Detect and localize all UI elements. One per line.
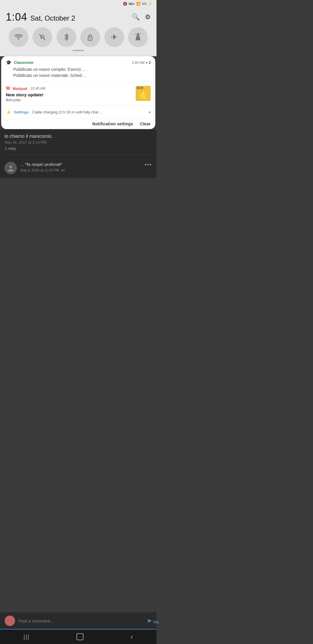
svg-point-8 <box>9 165 12 168</box>
wattpad-notif-title: New story update! <box>6 92 151 97</box>
mute-icon: 🔇 <box>123 2 127 6</box>
header-action-icons[interactable]: 🔍 ⚙ <box>132 13 151 21</box>
second-comment-date: May 4, 2020 at 11:03 PM <box>20 168 59 172</box>
chevron-down-icon[interactable]: ▾ <box>146 61 148 65</box>
reply-icon[interactable]: ↩ <box>61 168 65 173</box>
notification-settings-button[interactable]: Notification settings <box>92 122 133 126</box>
second-comment-avatar <box>5 162 17 174</box>
settings-app-name: Settings <box>14 110 29 114</box>
more-options-icon[interactable]: ••• <box>145 162 152 168</box>
wattpad-notif-subtitle: Boh,tutto <box>6 98 151 102</box>
wattpad-app-name: Wattpad <box>12 86 27 91</box>
svg-line-6 <box>135 34 136 34</box>
drag-handle[interactable] <box>6 50 151 51</box>
wattpad-header: W Wattpad 12:45 AM <box>6 86 151 91</box>
lightning-icon: ⚡ <box>6 109 12 115</box>
notification-panel: 🎓 Classroom 1:03 AM ▾ 2 Pubblicato un nu… <box>1 56 155 129</box>
first-comment-date: Sep 16, 2017 at 2:14 PM <box>5 140 152 144</box>
classroom-notification[interactable]: 🎓 Classroom 1:03 AM ▾ 2 Pubblicato un nu… <box>1 56 155 82</box>
wifi-toggle[interactable] <box>9 27 28 47</box>
screen-lock-toggle[interactable] <box>80 27 100 47</box>
charging-chevron-icon[interactable]: ▾ <box>149 110 151 115</box>
classroom-notif-header: 🎓 Classroom 1:03 AM ▾ 2 <box>6 60 151 65</box>
classroom-app-name: Classroom <box>14 60 33 65</box>
time-date-row: 1:04 Sat, October 2 🔍 ⚙ <box>6 8 151 27</box>
clear-button[interactable]: Clear <box>140 122 151 126</box>
wattpad-notification[interactable]: W Wattpad 12:45 AM BOH 🌟 New story updat… <box>1 82 155 106</box>
status-icons: 🔇 4G+ 📶 6% ⚡ <box>123 2 152 6</box>
date-display: Sat, October 2 <box>30 14 75 22</box>
classroom-time-row: 1:03 AM ▾ 2 <box>132 60 151 65</box>
classroom-message-2: Pubblicato un nuovo materiale: Sched… <box>13 73 151 79</box>
svg-line-7 <box>140 34 141 34</box>
wattpad-logo-icon: W <box>6 86 10 91</box>
second-comment-content: ... *fa respiri profondi* May 4, 2020 at… <box>20 162 152 173</box>
svg-rect-4 <box>137 33 139 36</box>
time-date-display: 1:04 Sat, October 2 <box>6 11 75 23</box>
settings-icon[interactable]: ⚙ <box>145 13 151 21</box>
background-app-content: lo chiamo il manicomio. Sep 16, 2017 at … <box>0 130 156 178</box>
status-bar: 🔇 4G+ 📶 6% ⚡ <box>0 0 156 8</box>
classroom-icon: 🎓 <box>6 60 12 65</box>
svg-point-3 <box>90 38 91 39</box>
torch-toggle[interactable] <box>128 27 148 47</box>
settings-row: ⚡ Settings Cable charging (2 h 19 m unti… <box>6 109 151 115</box>
mute-toggle[interactable] <box>32 27 52 47</box>
svg-point-0 <box>18 39 19 40</box>
classroom-app-row: 🎓 Classroom <box>6 60 33 65</box>
second-comment-text: ... *fa respiri profondi* <box>20 162 152 167</box>
signal-icon: 📶 <box>136 2 141 6</box>
wattpad-time: 12:45 AM <box>31 86 46 91</box>
classroom-count: 2 <box>149 60 151 65</box>
airplane-toggle[interactable]: ✈ <box>104 27 124 47</box>
battery-label: 6% <box>142 2 147 6</box>
first-comment-text: lo chiamo il manicomio. <box>5 134 152 139</box>
first-comment-replies[interactable]: 1 reply <box>5 146 152 151</box>
classroom-time: 1:03 AM <box>132 61 145 65</box>
charging-icon: ⚡ <box>148 2 152 6</box>
search-icon[interactable]: 🔍 <box>132 13 140 21</box>
first-comment-block: lo chiamo il manicomio. Sep 16, 2017 at … <box>5 134 152 155</box>
classroom-message-1: Pubblicato un nuovo compito: Eserciz… <box>13 66 151 73</box>
network-label: 4G+ <box>129 2 135 6</box>
quick-toggle-row: ✈ <box>6 27 151 47</box>
notification-footer: Notification settings Clear <box>1 119 155 129</box>
charging-text: Cable charging (2 h 19 m until fully cha… <box>32 110 102 114</box>
second-comment-row: ... *fa respiri profondi* May 4, 2020 at… <box>5 159 152 174</box>
wattpad-thumbnail: BOH 🌟 <box>136 86 151 101</box>
quick-settings-panel: 1:04 Sat, October 2 🔍 ⚙ <box>0 8 156 56</box>
settings-left: ⚡ Settings Cable charging (2 h 19 m unti… <box>6 109 102 115</box>
time-display: 1:04 <box>6 11 27 23</box>
bluetooth-toggle[interactable] <box>57 27 76 47</box>
charging-notification[interactable]: ⚡ Settings Cable charging (2 h 19 m unti… <box>1 106 155 119</box>
